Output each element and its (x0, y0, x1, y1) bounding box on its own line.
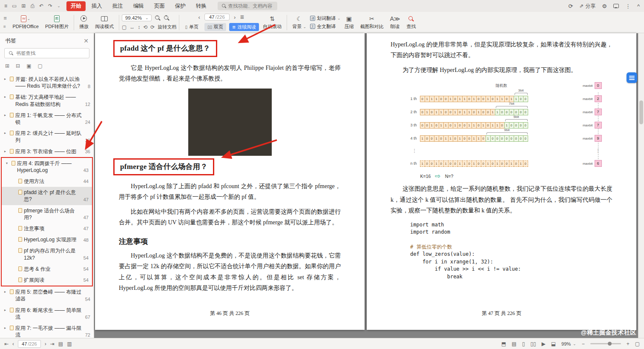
zoom-slider-thumb[interactable] (608, 342, 612, 346)
chevron-right-icon[interactable]: ▸ (4, 325, 8, 331)
fullscreen-icon[interactable]: ▢ (635, 341, 640, 347)
rotate-right-icon[interactable]: ⟳ (150, 24, 155, 30)
open-file-icon[interactable]: ▭ (12, 3, 17, 9)
bookmark-item[interactable]: 注意事项47 (2, 223, 92, 234)
prev-page-icon[interactable]: ‹ (197, 14, 201, 20)
print-icon[interactable]: ⎙ (30, 3, 34, 9)
page-list-icon[interactable]: ≣ (240, 14, 244, 20)
hand-tool-icon[interactable]: ▤ (58, 341, 63, 347)
rotate-left-icon[interactable]: ⟲ (143, 24, 147, 30)
read-aloud-button[interactable]: A≫ 朗读 (387, 14, 402, 31)
bookmark-item[interactable]: 使用方法44 (2, 176, 92, 187)
sync-icon[interactable]: ⟳ (568, 3, 573, 9)
status-page-input[interactable]: 47/226 (18, 340, 41, 348)
page-46[interactable]: pfadd 这个 pf 是什么意思？ 它是 HyperLogLog 这个数据结构… (95, 33, 365, 330)
last-page-icon[interactable]: ⇥ (50, 341, 55, 347)
bookmark-item[interactable]: ▾应用 4: 四两拨千斤 —— HyperLogLog43 (2, 158, 92, 176)
chevron-right-icon[interactable]: ▾ (6, 160, 10, 166)
bookmark-item[interactable]: pfadd 这个 pf 是什么意思?47 (2, 187, 92, 205)
bookmark-item[interactable]: pfmerge 适合什么场合用?47 (2, 205, 92, 223)
auto-scroll-button[interactable]: ⇅ 自动滚动 (260, 14, 284, 31)
fit-width-icon[interactable]: ↔ (129, 24, 135, 30)
tab-edit[interactable]: 编辑 (129, 1, 148, 11)
bookmark-item[interactable]: ▸开篇: 授人以鱼不若授人以渔 —— Redis 可以用来做什么?8 (0, 74, 94, 92)
word-translate-button[interactable]: 译划词翻译⌄ (310, 15, 341, 22)
close-icon[interactable]: ✕ (83, 37, 89, 44)
save-icon[interactable]: ⊞ (21, 3, 26, 9)
collapse-all-icon[interactable]: ⊟ (16, 63, 20, 69)
chevron-right-icon[interactable]: ▸ (4, 94, 8, 100)
screenshot-compare-button[interactable]: ✂ 截图和对比 (357, 14, 386, 31)
single-page-button[interactable]: ▯单页 (182, 23, 201, 31)
tab-insert[interactable]: 插入 (87, 1, 106, 11)
bookmark-search[interactable] (4, 48, 89, 58)
zoom-in-icon[interactable]: + (164, 15, 170, 21)
next-page-icon[interactable]: › (233, 14, 237, 20)
bookmark-item[interactable]: HyperLogLog 实现原理48 (2, 234, 92, 245)
compress-button[interactable]: ▣ 压缩 (342, 14, 356, 31)
panel-toggle-top-icon[interactable]: ≣ (3, 16, 7, 20)
pdf-to-office-button[interactable]: W⌄ PDF转Office (10, 14, 41, 31)
redo-icon[interactable]: ↷ (48, 3, 52, 9)
bookmark-item[interactable]: pf 的内存占用为什么是 12k?54 (2, 245, 92, 263)
zoom-slider[interactable] (590, 343, 621, 344)
status-zoom-select[interactable]: 99%⌄ (561, 341, 576, 346)
chevron-right-icon[interactable]: ▸ (4, 76, 8, 82)
continuous-read-button[interactable]: ≣连续阅读 (229, 23, 259, 31)
find-button[interactable]: 查找 (404, 14, 418, 31)
tab-page[interactable]: 页面 (150, 1, 169, 11)
bookmark-item[interactable]: ▸应用 2: 缓兵之计 —— 延时队列30 (0, 128, 94, 146)
thumbnail-view-icon[interactable]: ▤ (512, 341, 516, 347)
add-bookmark-icon[interactable]: ▣ (26, 63, 31, 69)
zoom-in-icon[interactable]: + (627, 341, 630, 347)
floating-assistant-button[interactable] (627, 72, 637, 83)
page-number-input[interactable]: 47/226 (204, 14, 230, 20)
tab-convert[interactable]: 转换 (192, 1, 211, 11)
chevron-right-icon[interactable]: ▸ (4, 289, 8, 295)
background-button[interactable]: ☾ 背景 ⌄ (290, 14, 309, 31)
zoom-out-icon[interactable]: − (155, 15, 161, 21)
select-tool-icon[interactable]: ▥ (67, 341, 72, 347)
document-canvas[interactable]: pfadd 这个 pf 是什么意思？ 它是 HyperLogLog 这个数据结构… (94, 33, 644, 338)
next-page-icon[interactable]: › (45, 341, 46, 347)
tab-annotate[interactable]: 批注 (108, 1, 127, 11)
page-47[interactable]: HyperLogLog 的使用非常简单，但是实现原理比较复杂，如果读者没有特别的… (367, 33, 636, 330)
settings-gear-icon[interactable]: ⚙ (602, 3, 607, 9)
slideshow-icon[interactable]: ▶ (541, 341, 545, 347)
full-translate-button[interactable]: 文全文翻译 (310, 23, 341, 30)
tab-protect[interactable]: 保护 (171, 1, 190, 11)
collapse-ribbon-icon[interactable]: ^ (637, 3, 640, 9)
tab-home[interactable]: 开始 (66, 1, 86, 11)
chevron-right-icon[interactable]: ▸ (4, 112, 8, 118)
play-button[interactable]: 播放 (77, 14, 91, 31)
single-page-view-icon[interactable]: ▯ (522, 341, 525, 347)
share-button[interactable]: ⇗分享 (579, 3, 595, 10)
function-search-input[interactable] (228, 3, 274, 9)
zoom-out-icon[interactable]: − (582, 341, 585, 347)
pdf-to-image-button[interactable]: 图 PDF转图片 (43, 14, 71, 31)
rotate-label[interactable]: 旋转文档 (158, 24, 176, 30)
prev-page-icon[interactable]: ‹ (12, 341, 14, 347)
display-mode-icon[interactable]: ⬒ (501, 341, 506, 347)
read-mode-button[interactable]: 阅读模式 (92, 14, 116, 31)
expand-all-icon[interactable]: ⊞ (5, 63, 9, 69)
fit-height-icon[interactable]: ↕ (138, 24, 140, 30)
function-search[interactable] (218, 2, 277, 10)
bookmark-item[interactable]: ▸应用 5: 层峦叠嶂 —— 布隆过滤器54 (0, 286, 94, 304)
first-page-icon[interactable]: ⇤ (4, 341, 9, 347)
chevron-right-icon[interactable]: ▸ (4, 148, 8, 154)
bookmark-item[interactable]: ▸应用 1: 千帆竞发 —— 分布式锁24 (0, 110, 94, 128)
bookmark-item[interactable]: ▸应用 6: 断尾求生 —— 简单限流67 (0, 305, 94, 323)
undo-icon[interactable]: ↶ (39, 3, 43, 9)
zoom-select[interactable]: 99.42%⌄ (122, 14, 152, 21)
double-page-button[interactable]: ▯▯双页 (204, 23, 226, 31)
more-actions-caret-icon[interactable]: ⌄ (57, 4, 60, 8)
fit-page-icon[interactable]: ▢ (122, 24, 126, 30)
chevron-right-icon[interactable]: ▸ (4, 130, 8, 136)
vertical-scrollbar[interactable] (638, 33, 644, 338)
delete-bookmark-icon[interactable]: ▢ (37, 63, 42, 69)
comment-icon[interactable] (613, 4, 619, 8)
panel-toggle-bottom-icon[interactable]: ≡ (3, 24, 7, 29)
scrollbar-thumb[interactable] (639, 100, 643, 124)
bookmark-item[interactable]: 扩展阅读54 (2, 275, 92, 286)
